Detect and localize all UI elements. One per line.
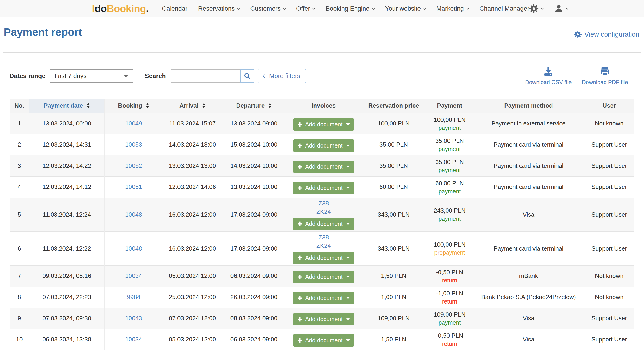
add-document-label: Add document: [305, 142, 342, 149]
add-document-label: Add document: [305, 121, 342, 128]
col-header-booking[interactable]: Booking: [104, 98, 163, 113]
invoice-link[interactable]: ZK24: [288, 208, 359, 216]
cell-departure: 17.03.2024 09:00: [222, 198, 286, 232]
cell-booking: 9984: [104, 286, 163, 308]
booking-link[interactable]: 10048: [125, 245, 142, 252]
add-document-label: Add document: [305, 337, 342, 344]
cell-reservation-price: 100,00 PLN: [361, 113, 426, 134]
cell-arrival: 05.03.2024 12:00: [163, 266, 222, 286]
page-title: Payment report: [4, 26, 82, 38]
booking-link[interactable]: 10051: [125, 183, 142, 190]
booking-link[interactable]: 10053: [125, 141, 142, 148]
col-header-payment-date[interactable]: Payment date: [29, 98, 104, 113]
booking-link[interactable]: 10034: [125, 336, 142, 343]
cell-payment: 243,00 PLNpayment: [426, 198, 473, 232]
cell-user: Support User: [584, 134, 634, 155]
logo-part: I: [92, 3, 94, 14]
add-document-button[interactable]: Add document: [293, 313, 354, 325]
table-row: 412.03.2024, 14:121005112.03.2024 14:061…: [10, 176, 634, 198]
payment-status: return: [428, 298, 471, 306]
invoice-link[interactable]: Z38: [288, 233, 359, 242]
col-header-arrival[interactable]: Arrival: [163, 98, 222, 113]
cell-reservation-price: 109,00 PLN: [361, 308, 426, 329]
search-input[interactable]: [171, 70, 241, 82]
nav-item-channel-manager[interactable]: Channel Manager: [480, 5, 530, 12]
table-header-row: No.Payment dateBookingArrivalDepartureIn…: [10, 98, 634, 113]
nav-item-customers[interactable]: Customers: [250, 5, 286, 12]
booking-link[interactable]: 10034: [125, 272, 142, 279]
download-pdf-button[interactable]: Download PDF file: [582, 66, 628, 86]
booking-link[interactable]: 10043: [125, 315, 142, 322]
logo-part: .: [146, 3, 148, 14]
col-header-price: Reservation price: [361, 98, 426, 113]
cell-reservation-price: 343,00 PLN: [361, 198, 426, 232]
nav-item-marketing[interactable]: Marketing: [436, 5, 469, 12]
cell-payment: -0,50 PLNreturn: [426, 329, 473, 350]
booking-link[interactable]: 10052: [125, 162, 142, 169]
add-document-button[interactable]: Add document: [293, 118, 354, 130]
caret-down-icon: [346, 144, 350, 147]
payment-status: return: [428, 276, 471, 284]
view-configuration-link[interactable]: View configuration: [574, 30, 639, 38]
add-document-button[interactable]: Add document: [293, 334, 354, 346]
search-button[interactable]: [240, 70, 254, 82]
cell-departure: 08.03.2024 09:00: [222, 308, 286, 329]
nav-item-calendar[interactable]: Calendar: [162, 5, 188, 12]
add-document-button[interactable]: Add document: [293, 292, 354, 304]
cell-payment-date: 06.03.2024, 13:38: [29, 329, 104, 350]
col-header-departure[interactable]: Departure: [222, 98, 286, 113]
payment-status: prepayment: [428, 249, 471, 256]
download-icon: [543, 66, 554, 77]
more-filters-button[interactable]: More filters: [258, 69, 306, 83]
add-document-button[interactable]: Add document: [293, 140, 354, 152]
add-document-button[interactable]: Add document: [293, 252, 354, 264]
downloads: Download CSV file Download PDF file: [525, 66, 634, 86]
download-csv-button[interactable]: Download CSV file: [525, 66, 572, 86]
dates-range-select[interactable]: Last 7 days: [50, 70, 133, 82]
caret-down-icon: [346, 223, 350, 225]
invoice-link[interactable]: Z38: [288, 199, 359, 208]
col-header-user: User: [584, 98, 634, 113]
add-document-button[interactable]: Add document: [293, 271, 354, 283]
cell-reservation-price: 1,50 PLN: [361, 329, 426, 350]
search-group: [171, 70, 254, 82]
nav-item-reservations[interactable]: Reservations: [198, 5, 240, 12]
sort-icon: [87, 103, 90, 108]
chevron-down-icon: [237, 6, 240, 10]
cell-arrival: 05.03.2024 12:00: [163, 329, 222, 350]
add-document-button[interactable]: Add document: [293, 218, 354, 230]
booking-link[interactable]: 10049: [125, 120, 142, 127]
account-menu[interactable]: [554, 4, 568, 13]
cell-payment-method: Visa: [473, 198, 584, 232]
add-document-label: Add document: [305, 254, 342, 261]
nav-item-offer[interactable]: Offer: [296, 5, 315, 12]
chevron-left-icon: [263, 74, 266, 78]
cell-no: 2: [10, 134, 29, 155]
col-header-payment: Payment: [426, 98, 473, 113]
cell-no: 3: [10, 155, 29, 176]
cell-reservation-price: 60,00 PLN: [361, 176, 426, 198]
search-label: Search: [145, 72, 166, 80]
more-filters-label: More filters: [269, 72, 300, 80]
table-row: 113.03.2024, 00:001004911.03.2024 15:071…: [10, 113, 634, 134]
cell-arrival: 11.03.2024 15:07: [163, 113, 222, 134]
cell-payment-date: 09.03.2024, 05:16: [29, 266, 104, 286]
booking-link[interactable]: 10048: [125, 211, 142, 218]
nav-item-your-website[interactable]: Your website: [385, 5, 426, 12]
invoice-link[interactable]: ZK24: [288, 242, 359, 250]
booking-link[interactable]: 9984: [127, 294, 140, 300]
plus-icon: [297, 143, 302, 148]
sort-icon: [202, 103, 205, 108]
add-document-button[interactable]: Add document: [293, 182, 354, 194]
cell-booking: 10048: [104, 198, 163, 232]
cell-no: 4: [10, 176, 29, 198]
app-logo[interactable]: IdoBooking.: [92, 3, 148, 14]
add-document-button[interactable]: Add document: [293, 160, 354, 173]
add-document-label: Add document: [305, 274, 342, 280]
report-panel: Dates range Last 7 days Search More filt…: [3, 52, 641, 350]
cell-user: Support User: [584, 232, 634, 266]
payment-status: payment: [428, 166, 471, 174]
settings-menu[interactable]: [529, 4, 544, 13]
caret-down-icon: [346, 187, 350, 189]
nav-item-booking-engine[interactable]: Booking Engine: [326, 5, 374, 12]
